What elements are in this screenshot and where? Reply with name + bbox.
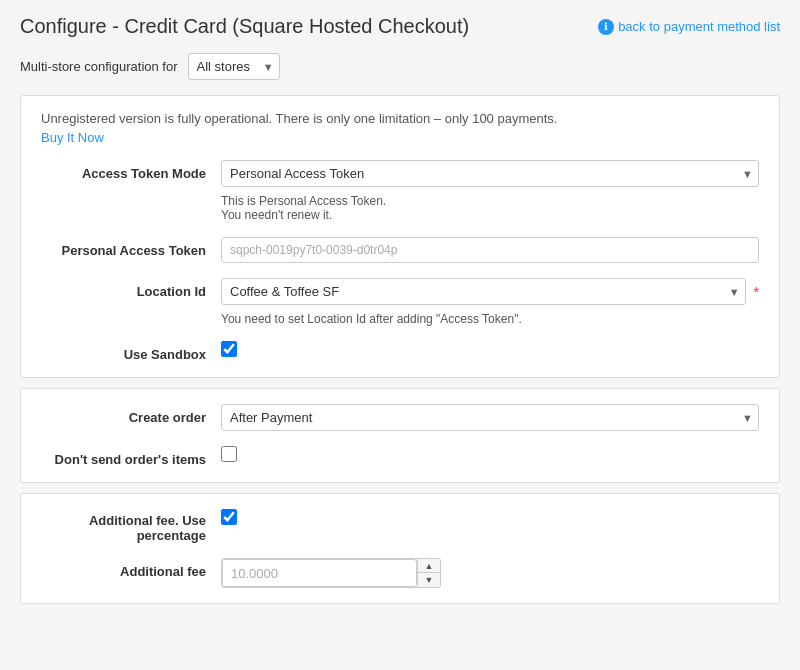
multistore-select-wrapper: All stores ▼ xyxy=(188,53,280,80)
create-order-select[interactable]: After Payment Before Payment xyxy=(221,404,759,431)
spinbox-buttons: ▲ ▼ xyxy=(417,559,440,587)
additional-fee-label: Additional fee xyxy=(41,558,221,579)
access-token-mode-field: Personal Access Token OAuth Access Token… xyxy=(221,160,759,222)
back-link[interactable]: ℹ back to payment method list xyxy=(598,19,780,35)
location-id-field-row: Coffee & Toffee SF ▼ * xyxy=(221,278,759,305)
create-order-label: Create order xyxy=(41,404,221,425)
access-token-mode-hint-line2: You needn't renew it. xyxy=(221,208,332,222)
access-token-mode-select-wrapper: Personal Access Token OAuth Access Token… xyxy=(221,160,759,187)
fee-percentage-checkbox[interactable] xyxy=(221,509,237,525)
access-token-mode-select[interactable]: Personal Access Token OAuth Access Token xyxy=(221,160,759,187)
page-header: Configure - Credit Card (Square Hosted C… xyxy=(20,15,780,38)
access-token-mode-row: Access Token Mode Personal Access Token … xyxy=(41,160,759,222)
dont-send-items-field xyxy=(221,446,759,462)
additional-fee-spinbox: ▲ ▼ xyxy=(221,558,441,588)
dont-send-items-label: Don't send order's items xyxy=(41,446,221,467)
multistore-label: Multi-store configuration for xyxy=(20,59,178,74)
fee-section: Additional fee. Use percentage Additiona… xyxy=(20,493,780,604)
additional-fee-row: Additional fee ▲ ▼ xyxy=(41,558,759,588)
additional-fee-field: ▲ ▼ xyxy=(221,558,759,588)
spinbox-up-button[interactable]: ▲ xyxy=(418,559,440,573)
multistore-select[interactable]: All stores xyxy=(188,53,280,80)
access-token-mode-label: Access Token Mode xyxy=(41,160,221,181)
access-token-mode-hint: This is Personal Access Token. You needn… xyxy=(221,194,759,222)
location-id-hint: You need to set Location Id after adding… xyxy=(221,312,759,326)
location-id-select[interactable]: Coffee & Toffee SF xyxy=(221,278,746,305)
back-link-label: back to payment method list xyxy=(618,19,780,34)
use-sandbox-checkbox[interactable] xyxy=(221,341,237,357)
dont-send-items-checkbox[interactable] xyxy=(221,446,237,462)
notice-text: Unregistered version is fully operationa… xyxy=(41,111,759,126)
location-id-select-wrapper: Coffee & Toffee SF ▼ xyxy=(221,278,746,305)
personal-access-token-field xyxy=(221,237,759,263)
use-sandbox-field xyxy=(221,341,759,357)
personal-access-token-input[interactable] xyxy=(221,237,759,263)
use-sandbox-label: Use Sandbox xyxy=(41,341,221,362)
fee-percentage-row: Additional fee. Use percentage xyxy=(41,509,759,543)
spinbox-down-button[interactable]: ▼ xyxy=(418,573,440,587)
fee-percentage-field xyxy=(221,509,759,525)
page-title: Configure - Credit Card (Square Hosted C… xyxy=(20,15,469,38)
personal-access-token-row: Personal Access Token xyxy=(41,237,759,263)
use-sandbox-row: Use Sandbox xyxy=(41,341,759,362)
create-order-field: After Payment Before Payment ▼ xyxy=(221,404,759,431)
info-circle-icon: ℹ xyxy=(598,19,614,35)
multistore-row: Multi-store configuration for All stores… xyxy=(20,53,780,80)
additional-fee-input[interactable] xyxy=(222,559,417,587)
fee-percentage-label: Additional fee. Use percentage xyxy=(41,509,221,543)
location-id-field: Coffee & Toffee SF ▼ * You need to set L… xyxy=(221,278,759,326)
access-token-mode-hint-line1: This is Personal Access Token. xyxy=(221,194,386,208)
personal-access-token-label: Personal Access Token xyxy=(41,237,221,258)
location-id-label: Location Id xyxy=(41,278,221,299)
create-order-select-wrapper: After Payment Before Payment ▼ xyxy=(221,404,759,431)
required-star: * xyxy=(754,284,759,300)
order-section: Create order After Payment Before Paymen… xyxy=(20,388,780,483)
location-id-row: Location Id Coffee & Toffee SF ▼ * You n… xyxy=(41,278,759,326)
dont-send-items-row: Don't send order's items xyxy=(41,446,759,467)
access-token-section: Unregistered version is fully operationa… xyxy=(20,95,780,378)
create-order-row: Create order After Payment Before Paymen… xyxy=(41,404,759,431)
page-wrapper: Configure - Credit Card (Square Hosted C… xyxy=(0,0,800,670)
buy-it-now-link[interactable]: Buy It Now xyxy=(41,130,104,145)
